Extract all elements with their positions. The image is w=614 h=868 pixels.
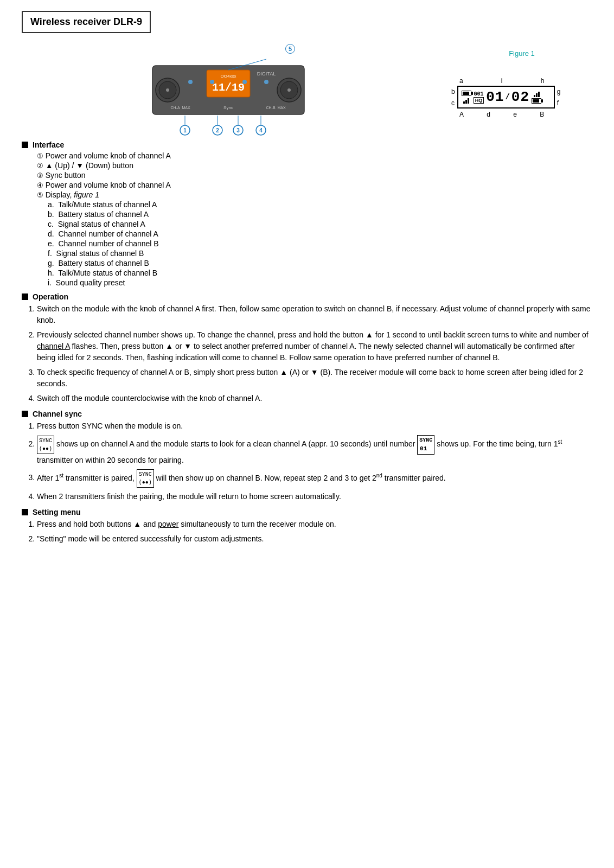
interface-text-1: Power and volume knob of channel A (46, 151, 171, 160)
signal-icon-b (534, 91, 540, 97)
svg-text:2: 2 (216, 127, 219, 133)
interface-text-2: ▲ (Up) / ▼ (Down) button (46, 161, 133, 170)
svg-text:CH-A: CH-A (170, 106, 180, 110)
device-image-container: 5 OO4xxx (22, 44, 435, 131)
sync-badge-search: SYNC(●●) (37, 436, 54, 454)
svg-text:11/19: 11/19 (212, 81, 245, 94)
fig1-left-labels: b c (451, 86, 455, 108)
channel-sync-header: Channel sync (22, 410, 592, 418)
sync-item-3: After 1st transmitter is paired, SYNC(●●… (37, 469, 592, 488)
fig1-right-icons (532, 91, 541, 104)
svg-text:OO4xxx: OO4xxx (221, 74, 236, 79)
channel-a-link: channel A (37, 342, 70, 350)
fig1-left-icons (462, 91, 471, 104)
svg-point-6 (287, 88, 291, 92)
setting-menu-header: Setting menu (22, 508, 592, 516)
page-header: Wireless receiver DLR-9 (22, 11, 151, 33)
operation-section: Operation Switch on the module with the … (22, 292, 592, 404)
device-svg: OO4xxx 11/19 CH-A MAX CH-B MAX Sync (142, 55, 315, 139)
label-f: f (557, 99, 561, 107)
sync-badge-01: SYNC 01 (417, 435, 434, 455)
label-i: i (501, 77, 503, 85)
figure1-container: Figure 1 a i h b c (451, 44, 592, 131)
setting-menu-list: Press and hold both buttons ▲ and power … (37, 519, 592, 545)
interface-text-4: Power and volume knob of channel A (46, 181, 171, 189)
interface-item-3: ③ Sync button (37, 171, 592, 180)
svg-text:DIGITAL: DIGITAL (257, 71, 276, 76)
callout-5: 5 (285, 44, 295, 54)
bullet-channel-sync (22, 411, 28, 417)
interface-item-4: ④ Power and volume knob of channel A (37, 181, 592, 189)
label-b: b (451, 88, 455, 95)
sync-item-4: When 2 transmitters finish the pairing, … (37, 491, 592, 502)
sync-badge-paired: SYNC(●●) (137, 469, 154, 488)
sub-item-g: g. Battery status of channel B (48, 259, 592, 267)
sub-item-f: f. Signal status of channel B (48, 249, 592, 258)
sub-item-e: e. Channel number of channel B (48, 239, 592, 248)
label-c: c (451, 99, 455, 107)
operation-list: Switch on the module with the knob of ch… (37, 303, 592, 404)
op-item-3: To check specific frequency of channel A… (37, 367, 592, 390)
g01-text: G01 (474, 91, 483, 97)
interface-section: Interface ① Power and volume knob of cha… (22, 141, 592, 287)
svg-point-11 (210, 80, 214, 84)
battery-icon-a (462, 91, 471, 96)
sub-item-c: c. Signal status of channel A (48, 220, 592, 228)
fig1-bottom-labels: A d e B (451, 110, 560, 118)
setting-item-1: Press and hold both buttons ▲ and power … (37, 519, 592, 530)
bullet-operation (22, 293, 28, 300)
label-e: e (513, 111, 517, 118)
battery-icon-b (532, 98, 541, 104)
op-item-4: Switch off the module counterclockwise w… (37, 393, 592, 404)
svg-text:MAX: MAX (182, 106, 190, 110)
interface-item-1: ① Power and volume knob of channel A (37, 151, 592, 160)
label-b-ch: B (540, 111, 544, 118)
svg-text:4: 4 (259, 127, 263, 133)
channel-sync-section: Channel sync Press button SYNC when the … (22, 410, 592, 502)
main-text: Interface ① Power and volume knob of cha… (22, 141, 592, 545)
sub-item-b: b. Battery status of channel A (48, 210, 592, 219)
label-a-ch: A (459, 111, 464, 118)
sub-item-d: d. Channel number of channel A (48, 229, 592, 238)
signal-icon-a (463, 97, 469, 104)
setting-menu-section: Setting menu Press and hold both buttons… (22, 508, 592, 545)
fig1-center-icons: G01 HQ (474, 91, 484, 104)
channel-sync-list: Press button SYNC when the module is on.… (37, 420, 592, 502)
interface-header: Interface (22, 141, 592, 149)
interface-text-5: Display, figure 1 (46, 190, 99, 199)
operation-header: Operation (22, 292, 592, 301)
figure1-diagram: a i h b c (451, 77, 560, 118)
bullet-interface (22, 142, 28, 148)
interface-list: ① Power and volume knob of channel A ② ▲… (37, 151, 592, 287)
interface-item-2: ② ▲ (Up) / ▼ (Down) button (37, 161, 592, 170)
op-item-2: Previously selected channel number shows… (37, 329, 592, 363)
op-item-1: Switch on the module with the knob of ch… (37, 303, 592, 326)
sub-item-i: i. Sound quality preset (48, 278, 592, 287)
bullet-setting-menu (22, 509, 28, 515)
top-content-area: 5 OO4xxx (22, 44, 592, 131)
setting-item-2: "Setting" mode will be entered successfu… (37, 533, 592, 545)
fig1-display-box: G01 HQ 01 / 02 (457, 86, 555, 108)
sub-item-h: h. Talk/Mute status of channel B (48, 269, 592, 277)
label-h: h (541, 77, 545, 85)
svg-text:Sync: Sync (223, 105, 233, 110)
interface-title: Interface (33, 141, 64, 149)
channel-a-number: 01 (486, 89, 504, 105)
channel-divider: / (505, 93, 510, 101)
fig1-channel-numbers: 01 / 02 (486, 89, 529, 105)
setting-menu-title: Setting menu (33, 508, 81, 516)
display-sub-list: a. Talk/Mute status of channel A b. Batt… (48, 200, 592, 287)
fig1-main-row: b c (451, 86, 560, 108)
label-d: d (487, 111, 490, 118)
svg-text:1: 1 (183, 127, 187, 133)
device-drawing: 5 OO4xxx (142, 44, 315, 131)
svg-point-13 (264, 80, 268, 84)
label-g: g (557, 88, 561, 95)
sync-item-2: SYNC(●●) shows up on channel A and the m… (37, 435, 592, 466)
fig1-right-label-g: g f (557, 86, 561, 108)
power-link: power (158, 520, 178, 528)
page-title: Wireless receiver DLR-9 (30, 16, 142, 28)
label-a: a (459, 77, 463, 85)
svg-text:CH-B: CH-B (266, 106, 275, 110)
channel-sync-title: Channel sync (33, 410, 82, 418)
